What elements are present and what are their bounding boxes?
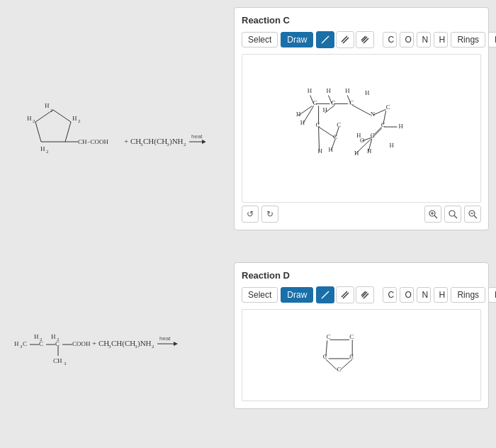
svg-text:)NH: )NH [169,137,184,146]
svg-text:2: 2 [57,337,60,342]
svg-text:C: C [386,103,390,111]
rings-button-c[interactable]: Rings [451,32,485,47]
svg-text:heat: heat [191,133,203,140]
svg-text:H: H [326,87,331,94]
draw-canvas-c[interactable]: H H H H C C C H H [242,54,481,203]
svg-text:H: H [300,119,305,126]
svg-line-109 [322,291,329,298]
svg-text:H: H [40,145,45,152]
atom-h-button-c[interactable]: H [434,32,448,47]
svg-line-105 [454,215,457,218]
svg-text:CH−COOH: CH−COOH [78,138,109,145]
svg-text:C: C [337,366,342,373]
double-bond-d[interactable] [336,286,354,303]
svg-text:H: H [318,147,323,155]
atom-c-button-d[interactable]: C [383,287,397,303]
structure-svg-bottom: H 3 C C H 2 C H 2 CH 3 COOH + CH 3 [14,312,205,376]
svg-text:H: H [345,87,350,94]
svg-text:H: H [308,87,312,94]
triple-bond-icon-d [360,290,370,300]
undo-button-c[interactable]: ↺ [242,206,259,223]
atom-o-button-c[interactable]: O [400,32,414,47]
svg-text:H: H [398,123,403,130]
single-bond-d[interactable] [316,286,334,303]
atom-h-button-d[interactable]: H [434,287,448,303]
svg-line-76 [352,105,371,115]
svg-line-107 [474,215,477,218]
bond-icons-d [316,286,374,303]
svg-text:2: 2 [33,118,35,124]
svg-text:2: 2 [46,149,49,155]
svg-text:H: H [14,340,19,347]
svg-line-0 [53,110,71,122]
triple-bond-d[interactable] [356,286,374,303]
single-bond-icon [320,35,330,45]
svg-text:CH(CH: CH(CH [143,137,167,146]
atom-o-button-d[interactable]: O [400,287,414,303]
svg-text:)NH: )NH [137,339,152,348]
svg-line-1 [65,122,71,142]
svg-text:C: C [349,353,354,360]
triple-bond-icon [360,35,370,45]
double-bond-icon-d [340,290,350,300]
svg-text:H: H [45,102,50,109]
undo-redo-c: ↺ ↻ [242,206,278,223]
draw-button-c[interactable]: Draw [281,32,313,47]
svg-text:C: C [349,333,354,340]
svg-text:C: C [323,353,327,360]
molecule-c-svg: H H H H C C C H H [242,55,480,202]
atom-c-button-c[interactable]: C [383,32,397,47]
single-bond-icon-d [320,290,330,300]
svg-text:H: H [34,333,39,340]
zoom-out-button-c[interactable] [464,206,481,223]
more-button-d[interactable]: More [488,287,496,303]
zoom-controls-c [424,206,481,223]
svg-text:COOH: COOH [72,340,91,347]
atom-n-button-c[interactable]: N [417,32,431,47]
select-button-d[interactable]: Select [242,287,278,303]
svg-line-110 [342,291,347,297]
draw-button-d[interactable]: Draw [281,287,313,303]
svg-text:+ CH: + CH [92,339,109,347]
double-bond-c[interactable] [336,31,354,48]
svg-text:2: 2 [184,142,186,147]
reaction-c-title: Reaction C [242,15,481,26]
svg-text:CH(CH: CH(CH [111,339,135,348]
page-container: H 2 H 2 H 2 H 2 CH−COOH + CH 3 CH(CH 3 )… [0,0,496,448]
reaction-c-panel: Reaction C Select Draw [234,7,489,230]
svg-text:H: H [51,333,56,340]
double-bond-icon [340,35,350,45]
svg-text:CH: CH [53,357,62,364]
svg-text:H: H [390,142,395,149]
structure-svg-top: H 2 H 2 H 2 H 2 CH−COOH + CH 3 CH(CH 3 )… [14,99,205,163]
svg-text:2: 2 [40,337,43,342]
triple-bond-c[interactable] [356,31,374,48]
svg-text:2: 2 [78,118,81,124]
zoom-out-icon [468,209,478,219]
equation-top: H 2 H 2 H 2 H 2 CH−COOH + CH 3 CH(CH 3 )… [14,99,205,166]
canvas-controls-c: ↺ ↻ [242,206,481,223]
svg-line-101 [434,215,437,218]
single-bond-c[interactable] [316,31,334,48]
reaction-d-title: Reaction D [242,270,481,281]
svg-text:2: 2 [152,344,154,349]
zoom-in-button-c[interactable] [424,206,441,223]
zoom-in-icon [428,209,438,219]
svg-line-3 [35,122,41,142]
svg-line-125 [340,359,352,370]
redo-button-c[interactable]: ↻ [261,206,278,223]
rings-button-d[interactable]: Rings [451,287,485,303]
svg-text:2: 2 [50,108,53,113]
atom-n-button-d[interactable]: N [417,287,431,303]
bond-icons-c [316,31,374,48]
select-button-c[interactable]: Select [242,32,278,47]
svg-text:C: C [23,340,27,347]
draw-canvas-d[interactable]: C C C C C [242,309,481,401]
zoom-reset-button-c[interactable] [444,206,461,223]
svg-text:H: H [365,89,370,96]
reaction-d-panel: Reaction D Select Draw [234,262,489,409]
more-button-c[interactable]: More [488,32,496,47]
svg-line-111 [343,293,349,298]
svg-line-124 [326,359,337,370]
reaction-d-toolbar: Select Draw [242,286,481,303]
